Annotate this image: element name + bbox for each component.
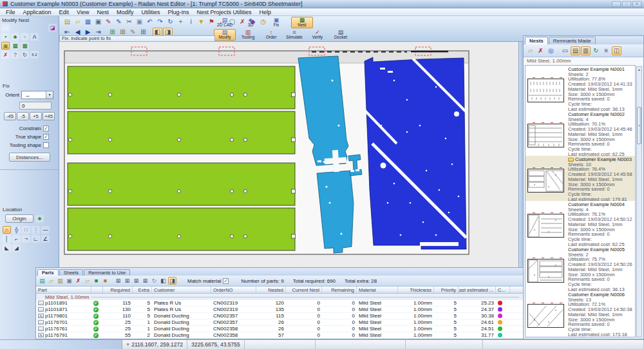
- scroll-up-icon[interactable]: ▲: [638, 67, 641, 72]
- column-header-Part[interactable]: Part: [36, 287, 91, 293]
- parts-table-group-row[interactable]: Mild Steel, 1.00mm: [36, 294, 523, 300]
- nest-canvas[interactable]: [59, 42, 518, 267]
- column-header-Remaining[interactable]: Remaining: [322, 287, 357, 293]
- part-folder-icon[interactable]: ▱: [83, 277, 91, 285]
- angle-input[interactable]: [19, 102, 52, 109]
- view-tiles-icon[interactable]: ▭: [560, 46, 570, 55]
- maximize-button[interactable]: □: [622, 1, 631, 7]
- angle-icon[interactable]: ∠: [41, 235, 50, 243]
- column-header-Thickness[interactable]: Thickness: [398, 287, 434, 293]
- table-row[interactable]: p1101891✓1155Plates R UsCN00231912000Mil…: [36, 300, 523, 307]
- delete-nest-icon[interactable]: ✗: [536, 46, 545, 55]
- refresh-parts-icon[interactable]: ↻: [150, 277, 158, 285]
- column-header-Extra[interactable]: Extra: [133, 287, 152, 293]
- tri-right-icon[interactable]: ◢: [12, 244, 21, 252]
- points-snap-icon[interactable]: ∷: [22, 226, 30, 234]
- menu-edit[interactable]: Edit: [55, 9, 73, 15]
- column-header-C...[interactable]: C...: [496, 287, 510, 293]
- angle-button-minus5[interactable]: -5: [17, 112, 29, 120]
- nested-parts-blue[interactable]: [365, 57, 467, 249]
- table-row[interactable]: ✎p1179801✓1105Donald DuctingCN0023571150…: [36, 313, 523, 319]
- distances-button[interactable]: Distances...: [9, 153, 50, 162]
- checkbox[interactable]: ✓: [43, 134, 49, 140]
- chevron-down-icon[interactable]: ▾: [46, 91, 53, 99]
- workflow-docket-button[interactable]: ▤Docket: [330, 29, 352, 41]
- print-icon[interactable]: ▣: [93, 17, 103, 26]
- columns-view2-icon[interactable]: ⊞: [123, 277, 131, 285]
- menu-modify[interactable]: Modify: [113, 9, 138, 15]
- checkbox[interactable]: ✓: [43, 142, 49, 148]
- column-header-status[interactable]: [91, 287, 103, 293]
- columns-view3-icon[interactable]: ⊞: [132, 277, 140, 285]
- table-row[interactable]: p1101871✓1305Plates R UsCN00231913500Mil…: [36, 307, 523, 313]
- scrollbar-vertical[interactable]: ▲: [636, 66, 642, 337]
- table-row[interactable]: p1176701✓251Donald DuctingCN0023572600Mi…: [36, 319, 523, 326]
- exit-icon[interactable]: ◪: [48, 24, 57, 32]
- part-small-icon[interactable]: ▪: [1, 33, 10, 41]
- info-icon[interactable]: i: [186, 17, 196, 26]
- corner-bl-icon[interactable]: ∟: [32, 235, 40, 243]
- columns-view4-icon[interactable]: ⊞: [141, 277, 149, 285]
- column-header-Last estimated ...[interactable]: Last estimated ...: [459, 287, 496, 293]
- edit-part-icon[interactable]: ▤: [38, 277, 46, 285]
- menu-nest[interactable]: Nest: [93, 9, 113, 15]
- query-part-icon[interactable]: ?: [11, 51, 19, 59]
- workflow-2dcad-button[interactable]: ▤2D CAD: [214, 17, 236, 28]
- workflow-simulate-button[interactable]: ≡Simulate: [283, 29, 305, 41]
- open-part-icon[interactable]: ▱: [47, 277, 55, 285]
- workflow-verify-button[interactable]: ✓Verify: [307, 29, 328, 41]
- menu-view[interactable]: View: [73, 9, 93, 15]
- column-header-OrderNO[interactable]: OrderNO: [211, 287, 256, 293]
- match-material-checkbox[interactable]: ✓: [223, 278, 229, 284]
- open-nest-icon[interactable]: ▱: [526, 46, 535, 55]
- scrollbar-thumb[interactable]: [637, 107, 641, 144]
- panel-splitter[interactable]: [518, 42, 523, 267]
- fill-icon[interactable]: ▩: [21, 42, 29, 50]
- workflow-tooling-button[interactable]: ▥Tooling: [237, 29, 259, 41]
- save-icon[interactable]: ▦: [83, 17, 93, 26]
- workflow-3d-button[interactable]: ◈3D: [240, 17, 261, 28]
- menu-nest-projects-utilities[interactable]: Nest Projects Utilities: [193, 9, 256, 15]
- part-ghost-icon[interactable]: ▫: [21, 33, 29, 41]
- minimize-button[interactable]: _: [612, 1, 621, 7]
- column-header-Nested[interactable]: Nested: [256, 287, 286, 293]
- part-update-icon[interactable]: ■: [101, 277, 109, 285]
- undo-icon[interactable]: ↶: [145, 17, 155, 26]
- edge-v-icon[interactable]: │: [3, 235, 11, 243]
- tab-sheets[interactable]: Sheets: [59, 269, 83, 276]
- checkbox[interactable]: ✓: [43, 126, 49, 131]
- sequence-icon[interactable]: 5 2: [30, 51, 39, 59]
- grid-snap-icon[interactable]: ╬: [12, 226, 21, 234]
- tab-remnants-to-use[interactable]: Remnants to Use: [84, 269, 130, 276]
- column-header-Customer[interactable]: Customer: [152, 287, 211, 293]
- nest-item[interactable]: Customer Example N0001Sheets: 2Utilisati…: [526, 66, 635, 111]
- copy-part-icon[interactable]: ▣: [65, 277, 73, 285]
- corner-tr-icon[interactable]: ¬: [22, 235, 30, 243]
- nest-drawing[interactable]: [59, 42, 518, 267]
- columns-view1-icon[interactable]: ⊞: [114, 277, 122, 285]
- menu-help[interactable]: Help: [256, 9, 276, 15]
- table-row[interactable]: p1176761✓251Donald DuctingCN0023582600Mi…: [36, 326, 523, 332]
- refresh-nests-icon[interactable]: ↻: [591, 46, 601, 55]
- angle-button-plus5[interactable]: +5: [30, 112, 42, 120]
- part-leaf-icon[interactable]: ♣: [11, 33, 19, 41]
- import-part-icon[interactable]: ▥: [56, 277, 64, 285]
- column-header-Required[interactable]: Required: [103, 287, 133, 293]
- close-button[interactable]: ✕: [632, 1, 641, 7]
- new-icon[interactable]: ▤: [62, 17, 72, 26]
- column-header-Priority[interactable]: Priority: [434, 287, 459, 293]
- origin-button[interactable]: Origin: [5, 214, 33, 223]
- origin-snap-icon[interactable]: ∩: [3, 226, 11, 234]
- pencil-icon[interactable]: ✎: [104, 17, 113, 26]
- filter-icon[interactable]: ▼: [196, 17, 206, 26]
- remove-part-icon[interactable]: ✗: [74, 277, 82, 285]
- blank-nest-icon[interactable]: ▭: [1, 24, 10, 32]
- tab-parts[interactable]: Parts: [37, 269, 59, 276]
- move-icon[interactable]: +: [176, 17, 185, 26]
- workflow-modify-button[interactable]: ▤Modify: [214, 29, 236, 41]
- delete-part-icon[interactable]: ✗: [1, 51, 10, 59]
- edge-h-icon[interactable]: —: [41, 226, 50, 234]
- list-detail-icon[interactable]: ◨: [168, 277, 176, 285]
- menu-utilities[interactable]: Utilities: [137, 9, 164, 15]
- angle-button-minus45[interactable]: -45: [4, 112, 16, 120]
